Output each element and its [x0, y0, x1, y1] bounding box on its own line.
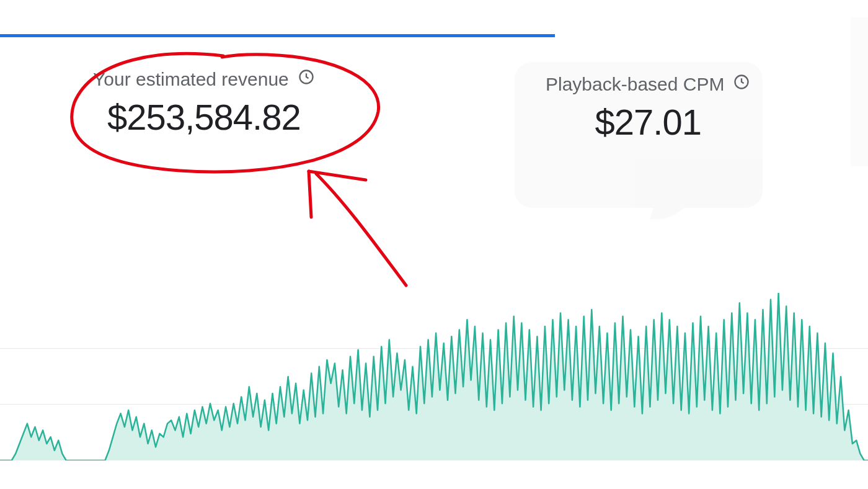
clock-icon: [298, 68, 315, 90]
metric-value: $253,584.82: [107, 96, 301, 138]
revenue-trend-chart: [0, 293, 868, 460]
metric-value: $27.01: [595, 101, 701, 143]
clock-icon: [733, 73, 750, 95]
metric-card-revenue[interactable]: Your estimated revenue $253,584.82: [93, 68, 315, 138]
scrollbar-track[interactable]: [851, 17, 868, 166]
metric-label: Playback-based CPM: [546, 74, 724, 95]
active-tab-indicator: [0, 34, 555, 37]
metric-label: Your estimated revenue: [93, 69, 289, 90]
metric-card-cpm[interactable]: Playback-based CPM $27.01: [546, 73, 750, 143]
